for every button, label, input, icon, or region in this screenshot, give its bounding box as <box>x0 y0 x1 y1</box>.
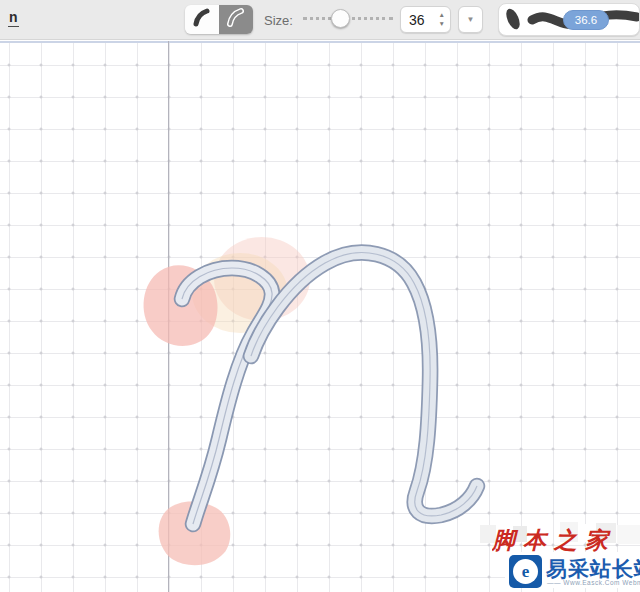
size-input[interactable] <box>409 11 435 29</box>
brush-size-badge: 36.6 <box>563 10 609 30</box>
size-label: Size: <box>264 13 293 28</box>
size-number-field: ▲ ▼ <box>400 6 451 33</box>
brush-tip-icon <box>504 7 523 32</box>
easck-logo-icon: e <box>513 559 538 584</box>
size-dropdown-button[interactable]: ▼ <box>458 6 483 33</box>
size-stepper: ▲ ▼ <box>439 11 445 27</box>
dropdown-arrow-icon: ▼ <box>467 15 475 24</box>
pen-stroke-filled-icon <box>191 7 213 33</box>
brush-tool-filled-button[interactable] <box>185 5 219 34</box>
watermark-logo: e <box>509 555 542 588</box>
brush-tool-segmented-control <box>185 5 253 34</box>
brush-tool-outline-button[interactable] <box>219 5 253 34</box>
brush-preview-button[interactable]: 36.6 <box>498 3 640 36</box>
current-glyph-label: n <box>8 10 19 27</box>
watermark-subtitle: —— Www.Easck.Com Webmaster <box>547 579 640 586</box>
stepper-down-icon[interactable]: ▼ <box>439 20 445 27</box>
glyph-strokes <box>0 41 640 592</box>
size-slider-thumb[interactable] <box>331 9 350 28</box>
pen-stroke-outline-icon <box>225 7 247 33</box>
stepper-up-icon[interactable]: ▲ <box>439 11 445 18</box>
glyph-stroke-2 <box>251 253 477 516</box>
toolbar: n Size: ▲ ▼ ▼ <box>0 0 640 40</box>
drawing-canvas[interactable] <box>0 41 640 592</box>
